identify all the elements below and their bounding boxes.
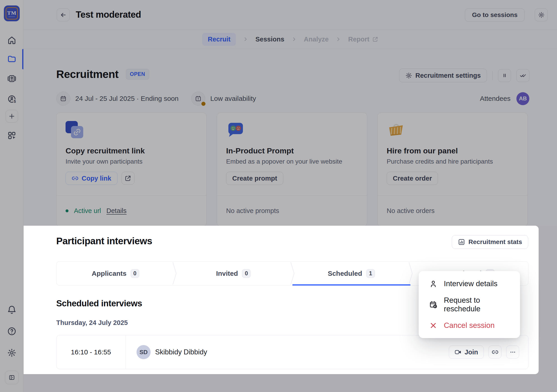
menu-item-request-reschedule[interactable]: Request to reschedule — [419, 294, 520, 315]
tab-label: Invited — [216, 270, 238, 277]
menu-item-cancel-session[interactable]: Cancel session — [419, 315, 520, 336]
tab-separator — [290, 262, 295, 285]
tab-count-badge: 0 — [242, 269, 251, 278]
tab-invited[interactable]: Invited 0 — [174, 262, 292, 285]
menu-item-label: Interview details — [444, 279, 498, 288]
video-camera-icon — [454, 349, 461, 356]
recruitment-stats-button[interactable]: Recruitment stats — [452, 235, 528, 249]
tab-scheduled[interactable]: Scheduled 1 — [292, 262, 410, 285]
tab-separator — [408, 262, 413, 285]
interview-time: 16:10 - 16:55 — [57, 335, 126, 369]
tab-separator — [172, 262, 177, 285]
app-root: TM $ — [0, 0, 557, 392]
bar-chart-icon — [458, 238, 465, 246]
panel-title: Participant interviews — [56, 236, 152, 247]
copy-session-link-button[interactable] — [489, 345, 501, 359]
x-icon — [429, 321, 437, 330]
recruitment-stats-label: Recruitment stats — [468, 238, 522, 246]
menu-item-interview-details[interactable]: Interview details — [419, 273, 520, 294]
join-button[interactable]: Join — [449, 345, 484, 359]
session-context-menu: Interview details Request to reschedule … — [419, 271, 520, 338]
scheduled-interviews-title: Scheduled interviews — [56, 299, 142, 308]
tab-label: Scheduled — [328, 270, 362, 277]
tab-count-badge: 1 — [366, 269, 375, 278]
active-tab-indicator — [292, 284, 410, 286]
ellipsis-icon — [509, 349, 516, 356]
tab-label: Applicants — [92, 270, 126, 277]
menu-item-label: Cancel session — [444, 321, 495, 330]
person-icon — [429, 280, 437, 288]
more-options-button[interactable] — [506, 345, 519, 359]
participant-avatar: SD — [137, 345, 151, 359]
tab-count-badge: 0 — [131, 269, 139, 278]
interview-date-header: Thursday, 24 July 2025 — [56, 319, 128, 327]
link-icon — [492, 349, 499, 356]
interview-row: 16:10 - 16:55 SD Skibbidy Dibbidy Join — [56, 335, 528, 369]
calendar-clock-icon — [429, 300, 437, 309]
menu-item-label: Request to reschedule — [444, 296, 510, 313]
join-label: Join — [465, 349, 478, 356]
tab-applicants[interactable]: Applicants 0 — [57, 262, 174, 285]
participant-name: Skibbidy Dibbidy — [155, 348, 207, 356]
